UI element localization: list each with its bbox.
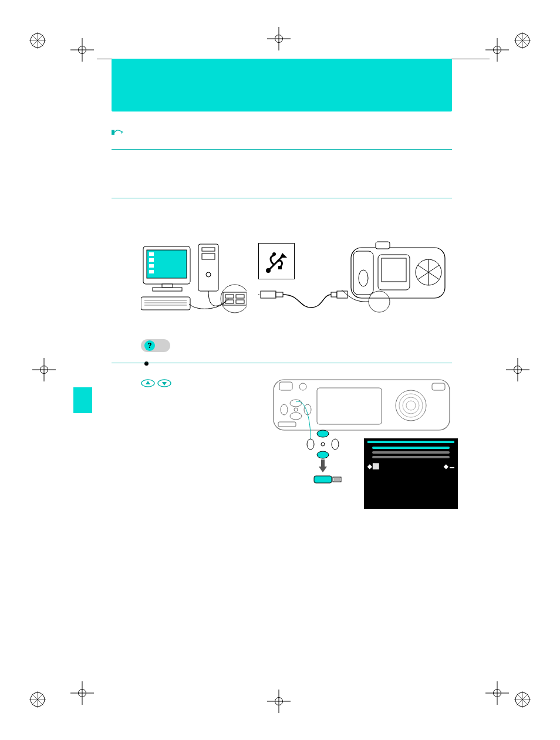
crop-mark-icon (485, 681, 509, 705)
svg-point-44 (272, 252, 276, 256)
svg-rect-23 (149, 252, 154, 256)
tips-badge: ? (141, 339, 170, 352)
tips-icon: ? (144, 340, 155, 351)
screen-option-exit (372, 456, 450, 458)
crop-mark-icon (32, 358, 56, 381)
svg-rect-26 (149, 270, 154, 273)
crop-mark-icon (70, 681, 94, 705)
camera-back-illustration (270, 375, 458, 443)
usb-symbol-icon (258, 243, 295, 279)
screen-option-pc (372, 447, 450, 449)
document-page: ? (0, 0, 560, 740)
camera-screen-usb: ◆⬜ ◆ (364, 438, 458, 509)
svg-point-52 (359, 270, 368, 286)
screen-option-print (372, 451, 450, 454)
svg-rect-59 (376, 242, 390, 249)
svg-point-82 (321, 442, 325, 446)
svg-rect-46 (261, 291, 276, 298)
sidebar-tab (73, 387, 92, 413)
registration-mark-icon (29, 691, 46, 708)
usb-cable-illustration (258, 278, 352, 313)
svg-point-67 (396, 390, 426, 421)
crop-mark-icon (485, 38, 509, 62)
step-2 (112, 198, 452, 235)
svg-rect-83 (314, 476, 332, 483)
svg-point-81 (332, 439, 339, 450)
body-content: ? (112, 123, 452, 400)
svg-rect-33 (141, 297, 190, 310)
dpad-illustration (302, 429, 343, 497)
svg-point-78 (317, 430, 329, 437)
step-1 (112, 149, 452, 186)
svg-point-80 (307, 439, 314, 450)
svg-rect-48 (331, 292, 337, 297)
step-3: ◆⬜ ◆ (112, 363, 452, 400)
crop-mark-icon (267, 690, 291, 713)
svg-rect-47 (276, 292, 283, 297)
svg-rect-24 (149, 258, 154, 262)
svg-rect-25 (149, 264, 154, 268)
registration-mark-icon (514, 691, 531, 708)
computer-illustration (141, 243, 247, 317)
registration-mark-icon (514, 32, 531, 49)
down-button-icon (157, 378, 171, 386)
cross-reference-icon (112, 127, 123, 136)
screen-footer: ◆⬜ ◆ (364, 461, 458, 472)
svg-rect-66 (317, 388, 382, 424)
crop-mark-icon (506, 358, 529, 381)
step-3-text (141, 375, 282, 388)
screen-title (367, 441, 454, 443)
svg-rect-54 (382, 258, 406, 282)
up-button-icon (141, 378, 155, 386)
registration-mark-icon (29, 32, 46, 49)
svg-rect-20 (112, 130, 114, 135)
svg-point-79 (317, 451, 329, 458)
crop-mark-icon (70, 38, 94, 62)
sidebar (88, 329, 97, 344)
camera-illustration (340, 237, 458, 317)
crop-mark-icon (267, 27, 291, 50)
connection-diagram (141, 243, 452, 325)
svg-rect-28 (153, 288, 182, 291)
section-title (112, 59, 452, 111)
svg-rect-45 (278, 266, 282, 269)
svg-rect-27 (162, 284, 173, 288)
